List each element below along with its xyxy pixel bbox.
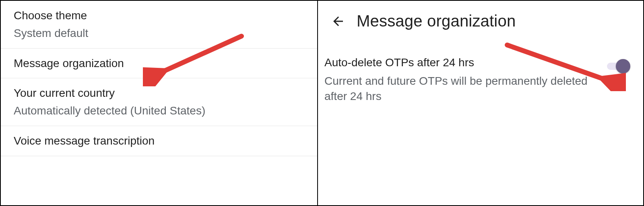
setting-title: Auto-delete OTPs after 24 hrs xyxy=(324,55,597,70)
setting-auto-delete-otp[interactable]: Auto-delete OTPs after 24 hrs Current an… xyxy=(318,36,643,112)
settings-item-title: Your current country xyxy=(14,86,304,101)
page-header: Message organization xyxy=(318,1,643,36)
settings-item-message-organization[interactable]: Message organization xyxy=(1,49,317,79)
page-title: Message organization xyxy=(357,12,516,30)
toggle-knob xyxy=(616,59,630,73)
back-arrow-icon[interactable] xyxy=(331,14,345,29)
settings-left-pane: Choose theme System default Message orga… xyxy=(1,1,318,205)
toggle-switch[interactable] xyxy=(607,59,630,73)
settings-item-subtitle: Automatically detected (United States) xyxy=(14,103,304,118)
settings-item-theme[interactable]: Choose theme System default xyxy=(1,1,317,49)
setting-subtitle: Current and future OTPs will be permanen… xyxy=(324,73,597,104)
settings-item-voice-transcription[interactable]: Voice message transcription xyxy=(1,126,317,156)
settings-item-title: Voice message transcription xyxy=(14,133,304,149)
settings-item-subtitle: System default xyxy=(14,26,304,41)
settings-item-title: Message organization xyxy=(14,56,304,71)
settings-item-country[interactable]: Your current country Automatically detec… xyxy=(1,78,317,126)
settings-item-title: Choose theme xyxy=(14,8,304,23)
settings-right-pane: Message organization Auto-delete OTPs af… xyxy=(318,1,643,205)
